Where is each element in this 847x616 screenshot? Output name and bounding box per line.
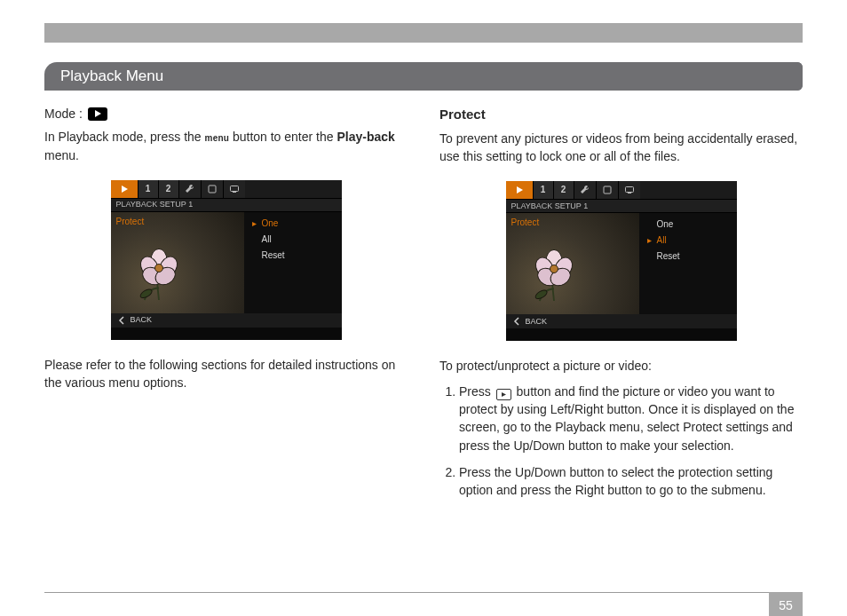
camera-subtitle: PLAYBACK SETUP 1 [111, 198, 342, 212]
arrow-right-icon: ▸ [646, 234, 653, 248]
column-right: Protect To prevent any pictures or video… [439, 105, 803, 508]
camera-options-panel: One ▸All Reset [639, 213, 737, 328]
svg-rect-10 [604, 186, 611, 193]
back-arrow-icon [513, 317, 522, 326]
svg-rect-0 [209, 186, 216, 193]
camera-option: Reset [639, 249, 737, 265]
protect-description: To prevent any pictures or videos from b… [439, 130, 803, 166]
tab-1: 1 [138, 180, 158, 198]
tab-playback-icon [111, 180, 138, 198]
svg-point-8 [154, 264, 162, 272]
svg-point-9 [139, 288, 153, 299]
intro-bold: Play-back [336, 130, 394, 144]
mode-label: Mode : [44, 105, 83, 122]
arrow-right-icon: ▸ [251, 217, 258, 231]
camera-option-label: Reset [262, 249, 285, 263]
left-note: Please refer to the following sections f… [44, 356, 408, 392]
footer-rule [44, 592, 803, 593]
camera-left-panel: Protect [111, 212, 244, 328]
playback-small-icon [496, 389, 511, 400]
camera-body: Protect [111, 212, 342, 328]
svg-rect-11 [625, 187, 633, 193]
mode-line: Mode : [44, 105, 408, 122]
camera-tab-strip: 1 2 [506, 181, 737, 199]
camera-options-panel: ▸One All Reset [244, 212, 342, 328]
section-header: Playback Menu [44, 62, 803, 91]
section-title: Playback Menu [60, 67, 163, 84]
camera-back-label: BACK [131, 314, 153, 326]
tab-2: 2 [158, 180, 178, 198]
content-columns: Mode : In Playback mode, press the menu … [44, 105, 803, 508]
camera-option: All [244, 232, 342, 248]
tab-wrench-icon [178, 180, 201, 198]
step1-a: Press [459, 384, 495, 399]
protect-steps: Press button and find the picture or vid… [439, 383, 803, 500]
protect-step-2: Press the Up/Down button to select the p… [459, 463, 803, 500]
svg-point-18 [550, 265, 558, 273]
camera-left-label: Protect [511, 217, 540, 230]
top-gray-bar [44, 23, 803, 43]
svg-rect-12 [628, 193, 631, 193]
camera-back-bar: BACK [506, 314, 737, 328]
tab-2: 2 [553, 181, 574, 199]
page-number-box: 55 [769, 592, 803, 616]
tab-1: 1 [533, 181, 553, 199]
back-arrow-icon [118, 316, 127, 325]
intro-b: button to enter the [229, 130, 336, 144]
tab-display-icon [618, 181, 640, 199]
intro-a: In Playback mode, press the [44, 130, 205, 144]
camera-option: Reset [244, 248, 342, 264]
svg-rect-1 [230, 186, 238, 191]
svg-rect-2 [233, 192, 236, 193]
camera-option-label: All [657, 234, 667, 248]
protect-step-1: Press button and find the picture or vid… [459, 383, 803, 454]
intro-paragraph: In Playback mode, press the menu button … [44, 128, 408, 164]
camera-subtitle: PLAYBACK SETUP 1 [506, 199, 737, 213]
page-number: 55 [779, 598, 793, 612]
camera-option-label: One [657, 218, 674, 232]
tab-wrench-icon [574, 181, 596, 199]
camera-back-bar: BACK [111, 313, 342, 328]
flower-image-icon [118, 244, 200, 308]
camera-option-label: All [262, 233, 272, 247]
flower-image-icon [513, 245, 595, 309]
camera-screenshot-1: 1 2 PLAYBACK SETUP 1 Protect [111, 180, 342, 340]
column-left: Mode : In Playback mode, press the menu … [44, 105, 408, 508]
protect-lead: To protect/unprotect a picture or video: [439, 357, 803, 375]
menu-word: menu [205, 133, 229, 143]
playback-mode-icon [88, 107, 107, 121]
tab-display-icon [223, 180, 245, 198]
camera-option-label: One [262, 217, 279, 231]
camera-left-panel: Protect [506, 213, 639, 328]
camera-option: ▸One [244, 216, 342, 232]
camera-tab-strip: 1 2 [111, 180, 342, 198]
camera-screenshot-2: 1 2 PLAYBACK SETUP 1 Protect [506, 181, 737, 341]
camera-option-label: Reset [657, 250, 680, 264]
tab-card-icon [596, 181, 618, 199]
camera-body: Protect [506, 213, 737, 328]
protect-heading: Protect [439, 105, 803, 124]
page-footer: 55 [44, 592, 803, 593]
camera-left-label: Protect [116, 216, 145, 229]
camera-option: One [639, 217, 737, 233]
tab-card-icon [201, 180, 223, 198]
intro-c: menu. [44, 148, 79, 162]
tab-playback-icon [506, 181, 533, 199]
svg-point-19 [534, 288, 548, 300]
camera-back-label: BACK [526, 316, 548, 328]
camera-option: ▸All [639, 233, 737, 249]
